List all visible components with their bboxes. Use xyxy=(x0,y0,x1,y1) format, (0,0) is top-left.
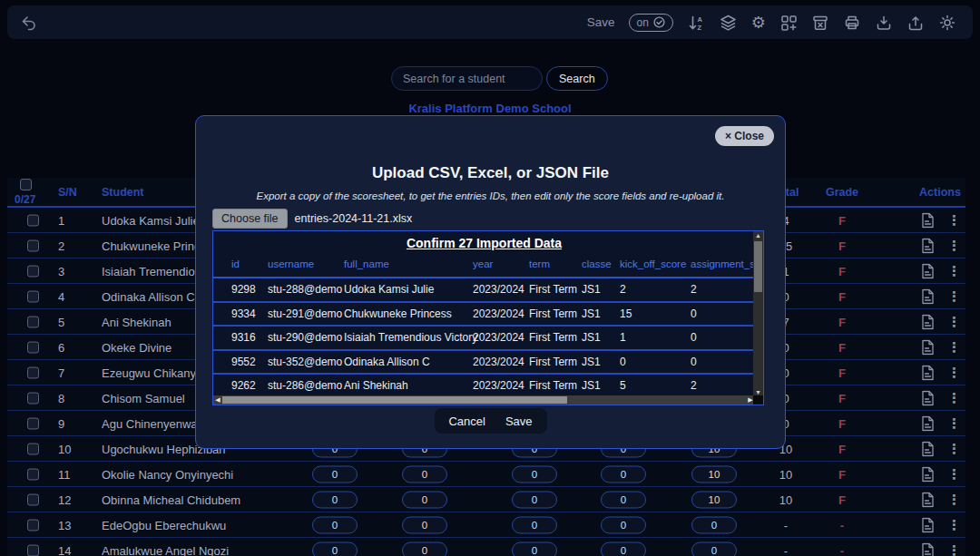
close-button[interactable]: × Close xyxy=(715,126,774,146)
file-report-icon[interactable] xyxy=(921,238,935,253)
row-checkbox[interactable] xyxy=(27,290,39,302)
toggle-on-label: on xyxy=(637,16,649,29)
score-input-3[interactable] xyxy=(512,491,557,508)
row-checkbox[interactable] xyxy=(27,468,39,480)
row-checkbox[interactable] xyxy=(27,493,39,505)
row-menu-icon[interactable]: ⋮ xyxy=(947,517,961,533)
file-report-icon[interactable] xyxy=(921,263,935,278)
row-menu-icon[interactable]: ⋮ xyxy=(947,542,961,556)
row-menu-icon[interactable]: ⋮ xyxy=(947,263,961,279)
row-total: - xyxy=(760,543,811,556)
file-report-icon[interactable] xyxy=(921,466,935,482)
file-report-icon[interactable] xyxy=(921,365,935,380)
row-student-name: Amalukwue Angel Ngozi xyxy=(102,543,229,556)
score-input-4[interactable] xyxy=(601,516,646,533)
row-checkbox[interactable] xyxy=(27,214,39,226)
scroll-up-icon[interactable]: ▲ xyxy=(753,231,763,240)
file-report-icon[interactable] xyxy=(921,212,935,228)
scroll-left-icon[interactable]: ◀ xyxy=(213,395,222,405)
col-username: username xyxy=(268,258,314,269)
search-input[interactable] xyxy=(391,66,543,91)
row-checkbox[interactable] xyxy=(27,239,39,251)
row-checkbox[interactable] xyxy=(27,366,39,378)
score-input-5[interactable] xyxy=(691,465,737,483)
row-checkbox[interactable] xyxy=(27,544,39,556)
score-input-1[interactable] xyxy=(312,465,358,483)
score-input-2[interactable] xyxy=(402,516,447,533)
row-menu-icon[interactable]: ⋮ xyxy=(947,492,961,508)
settings-gear-icon[interactable]: ⚙ xyxy=(751,15,766,31)
archive-x-icon[interactable] xyxy=(811,14,829,32)
score-input-3[interactable] xyxy=(512,516,557,533)
upload-icon[interactable] xyxy=(906,14,925,32)
file-report-icon[interactable] xyxy=(921,441,935,456)
row-menu-icon[interactable]: ⋮ xyxy=(947,339,961,356)
score-input-1[interactable] xyxy=(312,491,358,508)
score-input-2[interactable] xyxy=(402,491,447,508)
row-grade: F xyxy=(824,442,860,455)
row-checkbox[interactable] xyxy=(27,341,39,353)
save-button[interactable]: Save xyxy=(505,415,533,428)
autosave-toggle[interactable]: on xyxy=(629,14,673,32)
row-menu-icon[interactable]: ⋮ xyxy=(947,441,961,457)
score-input-4[interactable] xyxy=(601,465,646,483)
row-student-name: Okolie Nancy Onyinyechi xyxy=(102,467,233,481)
score-input-2[interactable] xyxy=(402,541,447,556)
search-button[interactable]: Search xyxy=(546,66,608,91)
score-input-1[interactable] xyxy=(312,516,358,533)
layers-icon[interactable] xyxy=(719,14,738,32)
score-input-3[interactable] xyxy=(512,541,557,556)
score-input-1[interactable] xyxy=(312,541,358,556)
file-report-icon[interactable] xyxy=(921,390,935,405)
row-menu-icon[interactable]: ⋮ xyxy=(947,365,961,381)
col-id: id xyxy=(231,258,240,269)
row-student-name: Chisom Samuel xyxy=(102,391,185,405)
row-checkbox[interactable] xyxy=(27,392,39,404)
brightness-icon[interactable] xyxy=(938,14,956,32)
file-report-icon[interactable] xyxy=(921,415,935,431)
score-input-5[interactable] xyxy=(691,516,737,533)
row-checkbox[interactable] xyxy=(27,417,39,429)
row-checkbox[interactable] xyxy=(27,443,39,454)
row-grade: - xyxy=(824,518,860,532)
printer-icon[interactable] xyxy=(843,14,861,32)
file-report-icon[interactable] xyxy=(921,517,935,532)
score-input-5[interactable] xyxy=(691,491,737,508)
file-report-icon[interactable] xyxy=(921,288,935,304)
download-icon[interactable] xyxy=(875,14,893,32)
row-menu-icon[interactable]: ⋮ xyxy=(947,288,961,305)
row-checkbox[interactable] xyxy=(27,265,39,277)
file-report-icon[interactable] xyxy=(921,314,935,329)
school-name-link[interactable]: Kralis Platform Demo School xyxy=(0,102,980,115)
horizontal-scrollbar[interactable]: ◀ ▶ xyxy=(213,395,755,405)
file-input-row: Choose file entries-2024-11-21.xlsx xyxy=(212,209,412,229)
back-icon[interactable] xyxy=(20,14,38,32)
sort-az-icon[interactable]: A Z xyxy=(687,14,705,32)
cancel-button[interactable]: Cancel xyxy=(448,415,485,428)
score-input-3[interactable] xyxy=(512,465,557,483)
row-menu-icon[interactable]: ⋮ xyxy=(947,212,961,229)
row-menu-icon[interactable]: ⋮ xyxy=(947,314,961,330)
file-report-icon[interactable] xyxy=(921,492,935,507)
file-report-icon[interactable] xyxy=(921,542,935,556)
vertical-scroll-thumb[interactable] xyxy=(754,241,762,292)
score-input-4[interactable] xyxy=(601,491,646,508)
score-input-5[interactable] xyxy=(691,541,737,556)
svg-text:Z: Z xyxy=(697,23,701,31)
select-all-checkbox[interactable] xyxy=(20,179,32,190)
score-input-4[interactable] xyxy=(601,541,646,556)
row-menu-icon[interactable]: ⋮ xyxy=(947,238,961,254)
file-report-icon[interactable] xyxy=(921,339,935,355)
row-grade: F xyxy=(824,340,860,354)
horizontal-scroll-thumb[interactable] xyxy=(222,396,567,404)
confirm-table-row: 9298stu-288@demo Udoka Kamsi Julie2023/2… xyxy=(213,278,755,303)
row-menu-icon[interactable]: ⋮ xyxy=(947,390,961,406)
row-menu-icon[interactable]: ⋮ xyxy=(947,466,961,483)
row-checkbox[interactable] xyxy=(27,316,39,327)
row-checkbox[interactable] xyxy=(27,519,39,531)
row-menu-icon[interactable]: ⋮ xyxy=(947,415,961,432)
choose-file-button[interactable]: Choose file xyxy=(212,209,288,229)
vertical-scrollbar[interactable]: ▲ ▼ xyxy=(753,231,763,397)
score-input-2[interactable] xyxy=(402,465,447,483)
grid-add-icon[interactable] xyxy=(779,14,798,32)
